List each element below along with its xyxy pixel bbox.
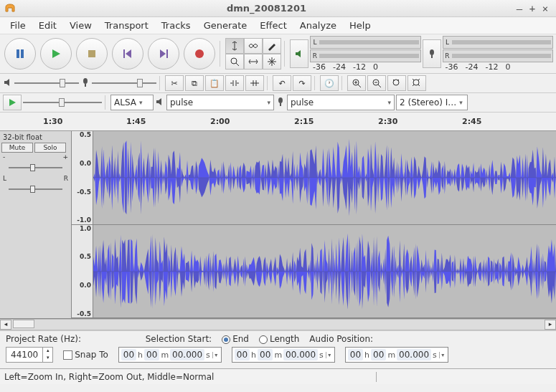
pause-button[interactable] <box>4 38 36 70</box>
project-rate-field[interactable]: 44100▴▾ <box>6 347 53 363</box>
playback-meter-icon[interactable] <box>290 39 308 68</box>
sync-lock-icon[interactable]: 🕐 <box>320 75 339 91</box>
svg-point-23 <box>413 80 419 85</box>
playback-meter-r[interactable]: R <box>310 49 421 62</box>
paste-icon[interactable]: 📋 <box>205 75 224 91</box>
playback-meter-scale: -36-24-120 <box>310 62 421 72</box>
menu-generate[interactable]: Generate <box>198 19 253 32</box>
zoom-out-icon[interactable] <box>367 75 386 91</box>
fit-selection-icon[interactable] <box>387 75 406 91</box>
selection-start-label: Selection Start: <box>146 334 212 344</box>
speaker-icon <box>3 77 13 90</box>
redo-icon[interactable]: ↷ <box>293 75 311 91</box>
svg-point-8 <box>195 49 204 58</box>
waveform-left-channel[interactable] <box>93 131 556 225</box>
svg-rect-4 <box>123 49 125 58</box>
project-rate-label: Project Rate (Hz): <box>6 334 81 344</box>
playback-meter-l[interactable]: L <box>310 36 421 49</box>
scroll-thumb[interactable] <box>13 320 34 328</box>
solo-button[interactable]: Solo <box>34 143 66 153</box>
menu-effect[interactable]: Effect <box>254 19 292 32</box>
record-meter-r[interactable]: R <box>443 49 554 62</box>
undo-icon[interactable]: ↶ <box>273 75 291 91</box>
svg-marker-6 <box>160 49 166 58</box>
record-volume-slider[interactable] <box>92 79 156 87</box>
playback-volume-slider[interactable] <box>14 79 79 87</box>
menu-transport[interactable]: Transport <box>99 19 154 32</box>
titlebar: dmn_20081201 — + × <box>0 0 556 17</box>
svg-rect-14 <box>85 84 86 87</box>
waveform-right-channel[interactable] <box>93 225 556 319</box>
track-pan-slider[interactable] <box>3 185 68 193</box>
draw-tool[interactable] <box>263 38 281 54</box>
snap-to-checkbox[interactable] <box>63 350 72 360</box>
window-title: dmn_20081201 <box>20 3 513 14</box>
play-button[interactable] <box>40 38 72 70</box>
fit-project-icon[interactable] <box>407 75 426 91</box>
track-area: 32-bit float Mute Solo -+ LR 0.50.0-0.5-… <box>0 131 556 319</box>
svg-rect-3 <box>88 50 95 57</box>
output-device-icon <box>155 97 165 109</box>
menubar: File Edit View Transport Tracks Generate… <box>0 17 556 34</box>
horizontal-scrollbar[interactable]: ◂ ▸ <box>0 319 556 330</box>
record-meter-icon[interactable] <box>423 39 441 68</box>
svg-point-25 <box>278 97 283 103</box>
svg-line-10 <box>236 63 239 66</box>
playback-speed-slider[interactable] <box>23 98 102 107</box>
close-button[interactable]: × <box>539 3 552 14</box>
mute-button[interactable]: Mute <box>1 143 33 153</box>
timeline-ruler[interactable]: 1:30 1:45 2:00 2:15 2:30 2:45 <box>0 113 556 131</box>
selection-tool[interactable] <box>225 38 244 54</box>
track-gain-slider[interactable] <box>3 163 68 172</box>
menu-view[interactable]: View <box>64 19 98 32</box>
svg-line-20 <box>378 85 381 87</box>
skip-end-button[interactable] <box>148 38 179 70</box>
selection-start-field[interactable]: 00h 00m 00.000s▾ <box>118 347 222 363</box>
multi-tool[interactable] <box>263 54 281 70</box>
menu-analyze[interactable]: Analyze <box>294 19 342 32</box>
length-radio[interactable] <box>259 335 268 344</box>
record-meter-l[interactable]: L <box>443 36 554 49</box>
minimize-button[interactable]: — <box>513 3 526 14</box>
input-device-icon <box>275 97 286 109</box>
zoom-in-icon[interactable] <box>347 75 366 91</box>
svg-marker-2 <box>52 49 60 58</box>
track-control-panel[interactable]: 32-bit float Mute Solo -+ LR <box>0 131 72 318</box>
zoom-tool[interactable] <box>225 54 244 70</box>
trim-icon[interactable] <box>225 75 244 91</box>
maximize-button[interactable]: + <box>526 3 539 14</box>
selection-toolbar: Project Rate (Hz): Selection Start: End … <box>0 330 556 368</box>
input-device-combo[interactable]: pulse▾ <box>287 95 395 110</box>
scroll-right-button[interactable]: ▸ <box>545 320 556 330</box>
audio-position-field[interactable]: 00h 00m 00.000s▾ <box>345 347 448 363</box>
track-format-label: 32-bit float <box>1 133 70 142</box>
menu-file[interactable]: File <box>4 19 32 32</box>
status-text: Left=Zoom In, Right=Zoom Out, Middle=Nor… <box>0 372 377 382</box>
transcription-play-button[interactable] <box>3 95 22 110</box>
waveform-display[interactable] <box>93 131 556 318</box>
svg-line-16 <box>358 85 361 87</box>
stop-button[interactable] <box>76 38 108 70</box>
end-radio[interactable] <box>222 335 230 344</box>
svg-point-9 <box>231 58 237 64</box>
silence-icon[interactable] <box>245 75 264 91</box>
audio-host-combo[interactable]: ALSA▾ <box>110 95 154 110</box>
menu-edit[interactable]: Edit <box>33 19 62 32</box>
amplitude-ruler: 0.50.0-0.5-1.0 1.00.50.0-0.5 <box>72 131 93 318</box>
svg-rect-12 <box>431 55 433 58</box>
svg-point-11 <box>430 49 434 55</box>
input-channels-combo[interactable]: 2 (Stereo) I…▾ <box>396 95 468 110</box>
toolbars: L R -36-24-120 L R -36-24-120 ✂ ⧉ 📋 ↶ ↷ … <box>0 34 556 113</box>
record-meter-scale: -36-24-120 <box>443 62 554 72</box>
menu-tracks[interactable]: Tracks <box>156 19 197 32</box>
record-button[interactable] <box>184 38 215 70</box>
timeshift-tool[interactable] <box>244 54 263 70</box>
cut-icon[interactable]: ✂ <box>165 75 184 91</box>
scroll-left-button[interactable]: ◂ <box>0 320 11 330</box>
menu-help[interactable]: Help <box>344 19 377 32</box>
output-device-combo[interactable]: pulse▾ <box>166 95 274 110</box>
skip-start-button[interactable] <box>112 38 143 70</box>
selection-end-field[interactable]: 00h 00m 00.000s▾ <box>232 347 335 363</box>
copy-icon[interactable]: ⧉ <box>185 75 204 91</box>
envelope-tool[interactable] <box>244 38 263 54</box>
